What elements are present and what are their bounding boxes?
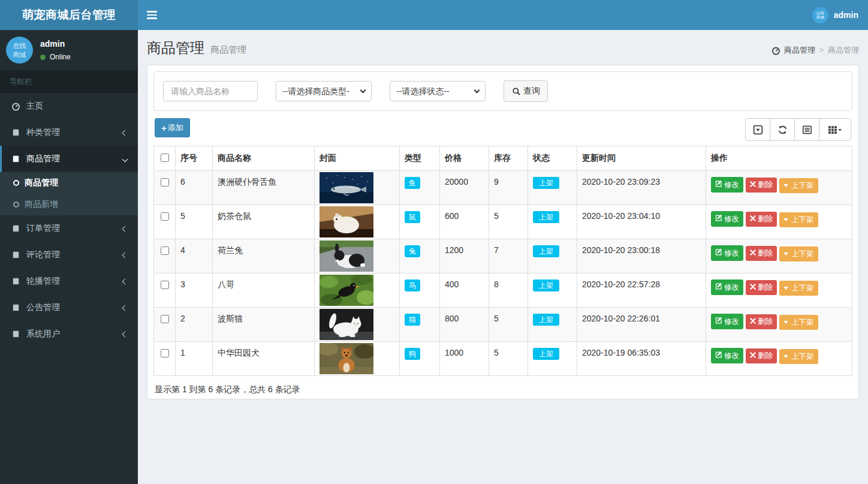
stock-cell: 8 [489,273,528,308]
sidebar-item-label: 种类管理 [26,127,123,138]
breadcrumb-root-link[interactable]: 商品管理 [771,45,815,56]
cover-pastoral-dog-image [320,343,394,374]
actions-cell: 修改删除上下架 [706,342,852,376]
breadcrumb-current: 商品管理 [828,45,859,56]
sidebar-item[interactable]: 订单管理 [0,215,138,242]
chevron-left-icon [122,226,128,232]
sidebar-item[interactable]: 评论管理 [0,242,138,268]
type-badge: 鸟 [405,279,420,291]
toggle-shelf-button[interactable]: 上下架 [779,178,818,193]
row-checkbox[interactable] [161,281,169,289]
toggle-shelf-button[interactable]: 上下架 [779,349,818,364]
delete-button[interactable]: 删除 [746,314,777,329]
edit-button[interactable]: 修改 [711,348,743,363]
delete-button[interactable]: 删除 [746,348,777,363]
toggle-shelf-button[interactable]: 上下架 [779,281,818,296]
sidebar-item[interactable]: 系统用户 [0,321,138,347]
table-row: 3八哥鸟4008上架2020-10-20 22:57:28修改删除上下架 [154,273,852,308]
close-icon [750,351,756,360]
product-name-input[interactable] [163,81,258,101]
edit-button[interactable]: 修改 [711,279,743,295]
main-content: 商品管理 商品管理 商品管理 > 商品管理 --请选择商品类型- [138,30,868,484]
products-table: 序号商品名称封面类型价格库存状态更新时间操作 6澳洲硬仆骨舌鱼鱼200009上架… [153,146,852,376]
sidebar-subitem[interactable]: 商品新增 [0,194,138,215]
pagination-info: 显示第 1 到第 6 条记录，总共 6 条记录 [153,376,852,399]
toggle-view-button[interactable] [794,118,819,141]
column-header: 库存 [489,146,528,171]
product-name-cell: 八哥 [213,273,315,308]
actions-cell: 修改删除上下架 [706,239,852,273]
edit-button[interactable]: 修改 [711,245,743,261]
toggle-shelf-button[interactable]: 上下架 [779,212,818,227]
book-icon [11,250,21,260]
product-id-cell: 5 [176,205,213,239]
search-button[interactable]: 查询 [504,80,548,102]
content-header: 商品管理 商品管理 商品管理 > 商品管理 [138,30,868,65]
sidebar-toggle-button[interactable] [138,0,165,30]
actions-cell: 修改删除上下架 [706,273,852,308]
price-cell: 1200 [440,239,489,273]
sidebar-subitem-label: 商品新增 [25,199,58,210]
product-status-select[interactable]: --请选择状态-- [390,81,486,101]
caret-down-icon [783,355,788,358]
sidebar-user-name: admin [40,39,71,49]
sidebar-item[interactable]: 商品管理商品管理商品新增 [0,146,138,215]
product-name-cell: 荷兰兔 [213,239,315,273]
row-checkbox[interactable] [161,349,169,357]
cover-persian-cat-image [320,309,394,340]
sidebar-item[interactable]: 种类管理 [0,119,138,146]
caret-down-icon [783,184,788,187]
actions-cell: 修改删除上下架 [706,205,852,239]
edit-button[interactable]: 修改 [711,314,743,329]
app-window: 萌宠商城后台管理 在线 商城 admin 在线 商城 admin Online [0,0,868,484]
row-checkbox[interactable] [161,315,169,323]
book-icon [11,276,21,286]
columns-button[interactable] [819,118,851,141]
table-row: 6澳洲硬仆骨舌鱼鱼200009上架2020-10-20 23:09:23修改删除… [154,171,852,205]
edit-icon [715,351,722,360]
sidebar-item[interactable]: 公告管理 [0,294,138,321]
select-all-checkbox[interactable] [161,154,169,162]
delete-button[interactable]: 删除 [746,212,777,227]
top-navbar: 在线 商城 admin [138,0,868,30]
refresh-button[interactable] [770,118,795,141]
user-menu[interactable]: 在线 商城 admin [803,0,868,30]
paging-toggle-button[interactable] [745,118,770,141]
row-checkbox[interactable] [161,212,169,221]
product-name-cell: 奶茶仓鼠 [213,205,315,239]
book-icon [11,329,21,339]
delete-button[interactable]: 删除 [746,280,777,295]
product-type-select[interactable]: --请选择商品类型- [276,81,372,101]
sidebar-item[interactable]: 轮播管理 [0,268,138,294]
edit-button[interactable]: 修改 [711,177,743,193]
type-badge: 鼠 [405,211,420,223]
updated-cell: 2020-10-20 23:09:23 [577,171,706,205]
sidebar-item[interactable]: 主页 [0,93,138,119]
delete-button[interactable]: 删除 [746,246,777,261]
sidebar-submenu: 商品管理商品新增 [0,172,138,215]
breadcrumb: 商品管理 > 商品管理 [771,45,859,56]
toggle-shelf-button[interactable]: 上下架 [779,246,818,261]
sidebar-item-label: 评论管理 [26,249,123,260]
product-id-cell: 6 [176,171,213,205]
caret-down-icon [783,218,788,221]
cover-hamster-image [320,206,394,238]
delete-button[interactable]: 删除 [746,178,777,193]
sidebar-subitem[interactable]: 商品管理 [0,172,138,194]
add-button[interactable]: + 添加 [155,118,190,137]
table-view-controls [745,118,851,141]
status-badge: 上架 [533,279,559,291]
book-icon [11,128,21,137]
row-checkbox[interactable] [161,246,169,255]
dashboard-icon [771,46,781,55]
sidebar-item-label: 公告管理 [26,302,123,313]
chevron-left-icon [122,252,128,258]
toggle-shelf-button[interactable]: 上下架 [779,315,818,330]
edit-button[interactable]: 修改 [711,211,743,227]
sidebar-user-panel: 在线 商城 admin Online [0,30,138,70]
search-filter-panel: --请选择商品类型- --请选择状态-- 查询 [153,71,852,111]
row-checkbox[interactable] [161,178,169,187]
table-row: 1中华田园犬狗10005上架2020-10-19 06:35:03修改删除上下架 [154,342,852,376]
chevron-left-icon [122,130,128,136]
price-cell: 20000 [440,171,489,205]
